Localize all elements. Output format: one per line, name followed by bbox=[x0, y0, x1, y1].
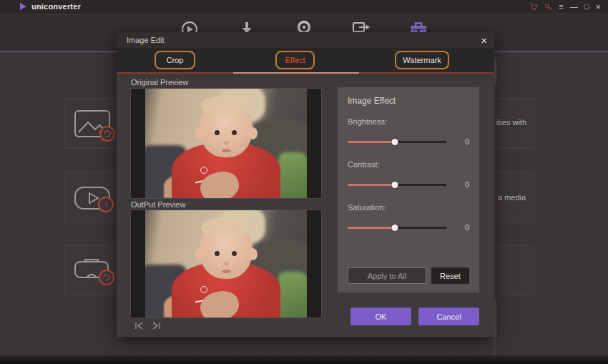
contrast-slider-row: 0 bbox=[348, 180, 469, 189]
output-preview-photo bbox=[145, 210, 307, 318]
bg-card-image-tool[interactable] bbox=[64, 98, 120, 149]
output-preview-label: OutPut Preview bbox=[131, 200, 185, 209]
image-effect-panel: Image Effect Brightness: 0 Contrast: 0 bbox=[338, 87, 479, 292]
apply-to-all-button[interactable]: Apply to All bbox=[348, 267, 426, 284]
brightness-slider-row: 0 bbox=[348, 137, 469, 146]
saturation-slider-row: 0 bbox=[348, 223, 469, 232]
output-preview bbox=[130, 210, 322, 318]
saturation-slider-thumb[interactable] bbox=[392, 225, 398, 231]
key-icon[interactable] bbox=[544, 3, 552, 11]
ok-button[interactable]: OK bbox=[350, 308, 411, 325]
bg-card-text: a media bbox=[498, 193, 526, 202]
cart-icon[interactable] bbox=[529, 3, 538, 11]
contrast-slider-thumb[interactable] bbox=[392, 182, 398, 188]
contrast-label: Contrast: bbox=[348, 160, 469, 169]
app-window: uniconverter ≡ — □ × bbox=[0, 0, 608, 364]
window-close-icon[interactable]: × bbox=[595, 2, 601, 11]
brightness-label: Brightness: bbox=[348, 117, 469, 126]
app-name: uniconverter bbox=[31, 2, 81, 11]
menu-icon[interactable]: ≡ bbox=[559, 3, 563, 11]
next-image-icon[interactable] bbox=[151, 321, 161, 330]
dialog-header: Image Edit × bbox=[117, 32, 494, 48]
previous-image-icon[interactable] bbox=[134, 321, 144, 330]
bg-card-vr-tool[interactable] bbox=[64, 245, 120, 295]
maximize-icon[interactable]: □ bbox=[584, 3, 589, 11]
video-play-icon: i bbox=[72, 179, 117, 216]
saturation-value: 0 bbox=[465, 223, 469, 232]
titlebar: uniconverter ≡ — □ × bbox=[0, 0, 608, 13]
preview-pager bbox=[134, 321, 161, 330]
vr-headset-icon bbox=[72, 252, 117, 289]
dialog-body: Original Preview OutPut Preview bbox=[117, 74, 494, 337]
saturation-slider[interactable] bbox=[348, 227, 446, 229]
dialog-close-icon[interactable]: × bbox=[481, 35, 487, 46]
saturation-label: Saturation: bbox=[348, 203, 469, 212]
svg-text:i: i bbox=[105, 200, 107, 209]
contrast-value: 0 bbox=[465, 180, 469, 189]
image-edit-dialog: Image Edit × Crop Effect Watermark Origi… bbox=[117, 32, 494, 337]
effect-panel-title: Image Effect bbox=[348, 96, 469, 106]
cancel-button[interactable]: Cancel bbox=[418, 308, 479, 325]
reset-button[interactable]: Reset bbox=[431, 267, 469, 284]
photo-icon bbox=[72, 105, 117, 142]
brightness-slider-thumb[interactable] bbox=[392, 139, 398, 145]
dialog-title: Image Edit bbox=[127, 36, 165, 44]
minimize-icon[interactable]: — bbox=[570, 3, 578, 11]
brightness-value: 0 bbox=[465, 137, 469, 146]
contrast-slider[interactable] bbox=[348, 184, 446, 186]
tab-effect[interactable]: Effect bbox=[275, 51, 315, 69]
tab-watermark[interactable]: Watermark bbox=[395, 51, 449, 69]
bg-card-video-tool[interactable]: i bbox=[64, 172, 120, 222]
dialog-tabs: Crop Effect Watermark bbox=[117, 48, 494, 74]
window-bottom-bar bbox=[0, 355, 608, 364]
brightness-slider[interactable] bbox=[348, 141, 446, 143]
original-preview bbox=[130, 88, 322, 199]
app-logo-icon bbox=[20, 3, 26, 10]
original-preview-photo bbox=[145, 89, 307, 198]
original-preview-label: Original Preview bbox=[131, 78, 188, 87]
tab-crop[interactable]: Crop bbox=[155, 51, 195, 69]
